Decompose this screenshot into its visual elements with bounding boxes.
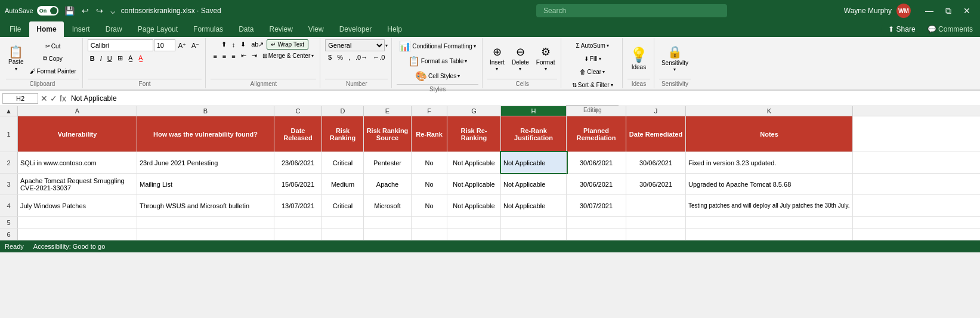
cell-reference-input[interactable] — [2, 93, 38, 104]
increase-decimal-button[interactable]: .0→ — [353, 53, 370, 62]
cell-e5[interactable] — [364, 217, 412, 228]
cell-g3[interactable]: Not Applicable — [447, 174, 501, 194]
cell-h2[interactable]: Not Applicable — [501, 152, 567, 173]
cell-i1[interactable]: Planned Remediation — [567, 116, 626, 152]
cell-j3[interactable]: 30/06/2021 — [626, 174, 686, 194]
comma-button[interactable]: , — [346, 53, 353, 62]
decrease-font-button[interactable]: A⁻ — [189, 41, 202, 51]
cell-a2[interactable]: SQLi in www.contoso.com — [18, 152, 137, 173]
cell-c6[interactable] — [274, 229, 322, 240]
cell-a4[interactable]: July Windows Patches — [18, 195, 137, 216]
cell-e6[interactable] — [364, 229, 412, 240]
tab-draw[interactable]: Draw — [98, 21, 129, 37]
undo-icon[interactable]: ↩ — [79, 5, 91, 17]
conditional-formatting-button[interactable]: 📊 Conditional Formatting ▾ — [397, 39, 478, 53]
cell-j1[interactable]: Date Remediated — [626, 116, 686, 152]
cell-c4[interactable]: 13/07/2021 — [274, 195, 322, 216]
cell-a1[interactable]: Vulnerability — [18, 116, 137, 152]
italic-button[interactable]: I — [98, 54, 104, 63]
cell-styles-button[interactable]: 🎨 Cell Styles ▾ — [413, 69, 462, 83]
increase-font-button[interactable]: A⁺ — [176, 41, 188, 51]
percent-button[interactable]: % — [335, 53, 345, 62]
redo-icon[interactable]: ↪ — [94, 5, 106, 17]
paste-button[interactable]: 📋 Paste ▾ — [6, 41, 26, 76]
cell-f5[interactable] — [412, 217, 447, 228]
decrease-decimal-button[interactable]: ←.0 — [370, 53, 387, 62]
cell-i4[interactable]: 30/07/2021 — [567, 195, 626, 216]
cell-g1[interactable]: Risk Re-Ranking — [447, 116, 501, 152]
cell-c1[interactable]: Date Released — [274, 116, 322, 152]
cell-i5[interactable] — [567, 217, 626, 228]
decrease-indent-button[interactable]: ⇤ — [239, 51, 249, 61]
cell-c3[interactable]: 15/06/2021 — [274, 174, 322, 194]
col-header-c[interactable]: C — [274, 106, 322, 116]
cell-i6[interactable] — [567, 229, 626, 240]
col-header-i[interactable]: I — [567, 106, 626, 116]
cell-d6[interactable] — [322, 229, 364, 240]
cell-k2[interactable]: Fixed in version 3.23 updated. — [686, 152, 853, 173]
align-top-button[interactable]: ⬆ — [219, 39, 229, 50]
wrap-text-button[interactable]: ↵ Wrap Text — [267, 39, 308, 50]
align-middle-button[interactable]: ↕ — [230, 40, 238, 50]
confirm-formula-icon[interactable]: ✓ — [50, 94, 57, 103]
cell-a3[interactable]: Apache Tomcat Request Smuggling CVE-2021… — [18, 174, 137, 194]
cell-i2[interactable]: 30/06/2021 — [567, 152, 626, 173]
cell-d4[interactable]: Critical — [322, 195, 364, 216]
align-left-button[interactable]: ≡ — [211, 51, 219, 61]
formula-input[interactable] — [69, 93, 978, 104]
cell-k4[interactable]: Testing patches and will deploy all July… — [686, 195, 853, 216]
currency-button[interactable]: $ — [326, 53, 334, 62]
cell-j5[interactable] — [626, 217, 686, 228]
cancel-formula-icon[interactable]: ✕ — [41, 94, 48, 103]
col-header-f[interactable]: F — [412, 106, 447, 116]
cell-j4[interactable] — [626, 195, 686, 216]
increase-indent-button[interactable]: ⇥ — [249, 51, 259, 61]
fill-button[interactable]: ⬇ Fill ▾ — [582, 53, 604, 64]
col-header-g[interactable]: G — [447, 106, 501, 116]
number-format-select[interactable]: General — [325, 39, 385, 51]
cell-k6[interactable] — [686, 229, 853, 240]
cell-h3[interactable]: Not Applicable — [501, 174, 567, 194]
font-size-input[interactable] — [154, 39, 175, 51]
cell-g5[interactable] — [447, 217, 501, 228]
cell-f3[interactable]: No — [412, 174, 447, 194]
cell-e3[interactable]: Apache — [364, 174, 412, 194]
copy-button[interactable]: ⧉ Copy — [27, 53, 79, 64]
align-right-button[interactable]: ≡ — [229, 51, 237, 61]
merge-center-button[interactable]: ⊞ Merge & Center ▾ — [260, 51, 317, 60]
sensitivity-button[interactable]: 🔒 Sensitivity ▾ — [659, 41, 691, 76]
bold-button[interactable]: B — [88, 54, 97, 63]
autosum-button[interactable]: Σ AutoSum ▾ — [574, 39, 611, 51]
cell-e1[interactable]: Risk Ranking Source — [364, 116, 412, 152]
cell-g4[interactable]: Not Applicable — [447, 195, 501, 216]
font-color-button[interactable]: A̲ — [136, 53, 146, 63]
align-center-button[interactable]: ≡ — [220, 51, 228, 61]
tab-home[interactable]: Home — [29, 21, 63, 37]
format-as-table-button[interactable]: 📋 Format as Table ▾ — [406, 54, 470, 68]
underline-button[interactable]: U — [105, 54, 115, 63]
cell-f2[interactable]: No — [412, 152, 447, 173]
cell-k3[interactable]: Upgraded to Apache Tomcat 8.5.68 — [686, 174, 853, 194]
customize-icon[interactable]: ⌵ — [108, 5, 118, 17]
cell-d5[interactable] — [322, 217, 364, 228]
cell-c2[interactable]: 23/06/2021 — [274, 152, 322, 173]
cell-h1[interactable]: Re-Rank Justification — [501, 116, 567, 152]
border-button[interactable]: ⊞ — [115, 53, 125, 63]
search-input[interactable] — [536, 4, 727, 17]
cell-k1[interactable]: Notes — [686, 116, 853, 152]
cell-h5[interactable] — [501, 217, 567, 228]
comments-button[interactable]: 💬 Comments — [928, 25, 973, 33]
delete-button[interactable]: ⊖ Delete ▾ — [509, 44, 531, 73]
tab-help[interactable]: Help — [380, 21, 409, 37]
tab-page-layout[interactable]: Page Layout — [131, 21, 185, 37]
tab-view[interactable]: View — [301, 21, 331, 37]
cell-b2[interactable]: 23rd June 2021 Pentesting — [137, 152, 274, 173]
tab-file[interactable]: File — [2, 21, 28, 37]
fill-color-button[interactable]: A̲ — [126, 53, 135, 63]
user-avatar[interactable]: WM — [896, 4, 911, 18]
autosave-toggle[interactable]: On — [37, 6, 58, 16]
format-painter-button[interactable]: 🖌 Format Painter — [27, 65, 79, 77]
cell-j2[interactable]: 30/06/2021 — [626, 152, 686, 173]
cell-a6[interactable] — [18, 229, 137, 240]
cell-b6[interactable] — [137, 229, 274, 240]
